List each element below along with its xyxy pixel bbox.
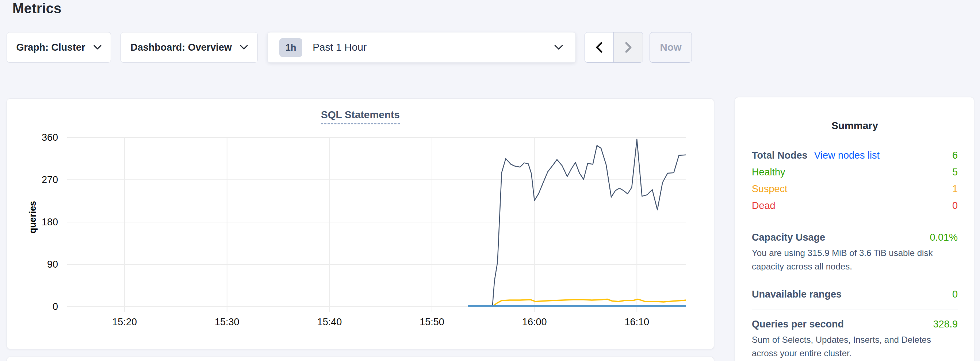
chevron-down-icon: [240, 45, 248, 50]
y-tick-label: 360: [18, 131, 58, 143]
queries-per-second-value: 328.9: [933, 319, 958, 330]
dead-nodes-row: Dead 0: [752, 200, 958, 217]
next-timeframe-button[interactable]: [614, 32, 643, 62]
node-status-block: Total Nodes View nodes list 6 Healthy 5 …: [752, 150, 958, 217]
summary-title: Summary: [752, 120, 958, 131]
divider: [752, 223, 958, 223]
chevron-down-icon: [94, 45, 102, 50]
suspect-nodes-value: 1: [952, 184, 958, 195]
y-tick-label: 90: [18, 258, 58, 270]
suspect-nodes-label: Suspect: [752, 184, 788, 195]
healthy-nodes-row: Healthy 5: [752, 167, 958, 184]
total-nodes-row: Total Nodes View nodes list 6: [752, 150, 958, 167]
sql-statements-chart[interactable]: [7, 99, 714, 349]
dead-nodes-value: 0: [952, 200, 958, 212]
time-range-selector[interactable]: 1h Past 1 Hour: [267, 32, 576, 63]
x-tick-label: 15:30: [202, 316, 253, 328]
graph-scope-dropdown-label: Graph: Cluster: [16, 42, 85, 53]
now-button[interactable]: Now: [649, 32, 692, 63]
capacity-usage-description: You are using 315.9 MiB of 3.6 TiB usabl…: [752, 246, 958, 273]
suspect-nodes-row: Suspect 1: [752, 184, 958, 200]
next-chart-card-partial: [6, 356, 714, 361]
capacity-usage-row: Capacity Usage 0.01%: [752, 232, 958, 243]
healthy-nodes-label: Healthy: [752, 167, 785, 178]
y-tick-label: 180: [18, 216, 58, 228]
metrics-toolbar: Graph: Cluster Dashboard: Overview 1h Pa…: [6, 32, 692, 63]
x-tick-label: 16:00: [509, 316, 560, 328]
x-tick-label: 15:50: [406, 316, 458, 328]
time-range-badge: 1h: [279, 38, 302, 57]
y-tick-label: 270: [18, 174, 58, 185]
healthy-nodes-value: 5: [952, 167, 958, 178]
time-range-label: Past 1 Hour: [313, 41, 367, 53]
unavailable-ranges-value: 0: [952, 289, 958, 300]
x-tick-label: 15:20: [99, 316, 150, 328]
chevron-down-icon: [554, 45, 563, 50]
divider: [752, 310, 958, 310]
y-tick-label: 0: [18, 301, 58, 312]
total-nodes-value: 6: [952, 150, 958, 161]
queries-per-second-description: Sum of Selects, Updates, Inserts, and De…: [752, 333, 958, 360]
unavailable-ranges-label: Unavailable ranges: [752, 289, 842, 300]
sql-statements-chart-card: SQL Statements queries 09018027036015:20…: [6, 98, 714, 349]
graph-scope-dropdown[interactable]: Graph: Cluster: [6, 32, 111, 63]
divider: [752, 280, 958, 280]
queries-per-second-row: Queries per second 328.9: [752, 319, 958, 330]
total-nodes-label: Total Nodes: [752, 150, 808, 161]
capacity-usage-value: 0.01%: [930, 232, 958, 243]
previous-timeframe-button[interactable]: [585, 32, 614, 62]
dashboard-dropdown[interactable]: Dashboard: Overview: [121, 32, 258, 63]
dashboard-dropdown-label: Dashboard: Overview: [130, 42, 232, 53]
unavailable-ranges-row: Unavailable ranges 0: [752, 289, 958, 300]
x-tick-label: 16:10: [611, 316, 662, 328]
summary-panel: Summary Total Nodes View nodes list 6 He…: [735, 97, 974, 361]
dead-nodes-label: Dead: [752, 200, 776, 212]
page-title: Metrics: [13, 1, 61, 16]
capacity-usage-label: Capacity Usage: [752, 232, 825, 243]
queries-per-second-label: Queries per second: [752, 319, 844, 330]
x-tick-label: 15:40: [304, 316, 355, 328]
sql-statements-total-line: [493, 139, 686, 307]
chevron-left-icon: [594, 41, 604, 54]
chevron-right-icon: [624, 41, 633, 54]
time-step-buttons: [585, 32, 643, 63]
view-nodes-list-link[interactable]: View nodes list: [814, 150, 880, 161]
